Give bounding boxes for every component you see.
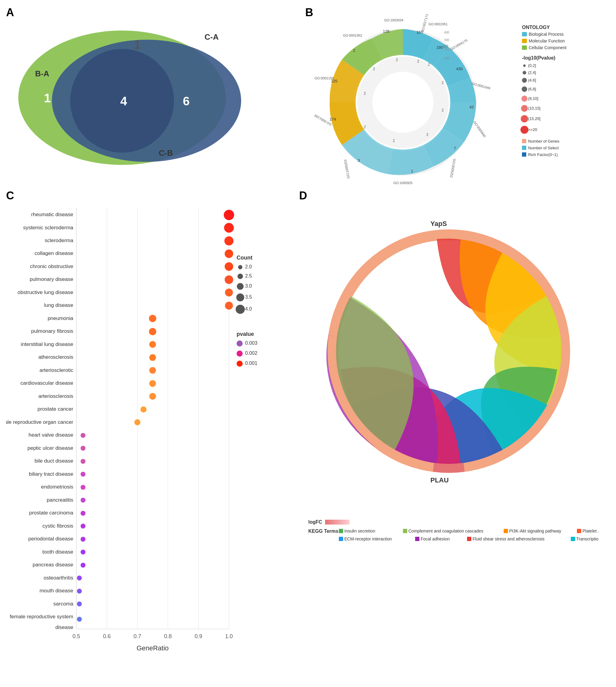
svg-point-115	[149, 354, 156, 361]
svg-point-13	[523, 71, 526, 74]
svg-text:ECM-receptor interaction: ECM-receptor interaction	[344, 536, 392, 541]
svg-text:100: 100	[444, 57, 449, 60]
svg-text:YapS: YapS	[431, 220, 447, 228]
svg-text:2: 2	[426, 132, 428, 137]
svg-text:pancreatitis: pancreatitis	[47, 497, 73, 503]
svg-text:Number of Genes: Number of Genes	[528, 139, 559, 144]
svg-text:2: 2	[428, 62, 430, 67]
svg-text:pulmonary fibrosis: pulmonary fibrosis	[31, 328, 73, 334]
cb-only-count: 6	[183, 94, 190, 108]
svg-text:200: 200	[444, 48, 449, 51]
svg-text:collagen disease: collagen disease	[35, 250, 73, 256]
svg-rect-29	[522, 146, 526, 150]
svg-point-99	[225, 250, 233, 258]
svg-text:0.6: 0.6	[103, 633, 110, 639]
svg-text:174: 174	[329, 117, 336, 122]
svg-point-17	[522, 86, 527, 92]
svg-rect-6	[522, 39, 527, 43]
venn-diagram: B-A C-A 1 4 6 1 C-B	[9, 15, 269, 168]
svg-rect-4	[522, 32, 527, 36]
svg-point-105	[225, 288, 233, 297]
svg-text:endometriosis: endometriosis	[41, 484, 73, 490]
svg-text:pvalue: pvalue	[237, 331, 254, 337]
svg-point-173	[237, 361, 243, 367]
svg-text:(8,10]: (8,10]	[528, 96, 538, 101]
svg-point-162	[237, 283, 244, 290]
svg-text:(2,4]: (2,4]	[528, 70, 536, 75]
svg-text:1: 1	[411, 169, 413, 173]
svg-text:>=20: >=20	[528, 127, 537, 132]
intersection-count: 4	[120, 94, 127, 108]
svg-rect-31	[522, 152, 526, 157]
svg-text:GO:1000925: GO:1000925	[394, 181, 413, 185]
svg-text:obstructive lung disease: obstructive lung disease	[18, 289, 73, 295]
svg-text:lung disease: lung disease	[44, 302, 73, 308]
svg-text:Complement and coagulation cas: Complement and coagulation cascades	[409, 529, 483, 533]
svg-text:GO:0004175: GO:0004175	[449, 39, 468, 51]
svg-text:0.001: 0.001	[245, 361, 257, 366]
svg-point-19	[521, 95, 527, 102]
svg-point-121	[149, 393, 156, 400]
svg-rect-191	[415, 537, 419, 541]
svg-text:heart valve disease: heart valve disease	[29, 432, 73, 438]
svg-point-101	[225, 262, 233, 271]
svg-text:195: 195	[436, 45, 443, 50]
svg-text:(0,2]: (0,2]	[528, 63, 536, 68]
svg-text:2.5: 2.5	[245, 273, 252, 278]
svg-text:GO:0005252: GO:0005252	[449, 158, 457, 178]
panel-b: B ONTOLOGY Biological Process Molecular …	[305, 6, 604, 183]
svg-text:Cellular Component: Cellular Component	[529, 45, 567, 50]
svg-text:Focal adhesion: Focal adhesion	[421, 536, 449, 541]
svg-text:4.0: 4.0	[245, 306, 252, 312]
svg-text:arteriosclerotic: arteriosclerotic	[39, 367, 73, 373]
svg-text:female reproductive system: female reproductive system	[10, 614, 73, 620]
svg-point-129	[81, 446, 86, 451]
svg-text:3.5: 3.5	[245, 294, 252, 300]
svg-point-153	[77, 602, 82, 606]
svg-text:pancreas disease: pancreas disease	[33, 562, 73, 567]
svg-point-135	[81, 485, 86, 490]
svg-text:disease: disease	[55, 624, 73, 630]
svg-text:pulmonary disease: pulmonary disease	[29, 276, 73, 282]
svg-text:0.9: 0.9	[194, 633, 202, 639]
svg-text:0.8: 0.8	[164, 633, 172, 639]
dot-plot-chart: 0.5 0.6 0.7 0.8 0.9 1.0 GeneRatio rheuma…	[6, 198, 275, 672]
svg-text:2: 2	[396, 58, 398, 62]
svg-point-15	[522, 78, 527, 83]
svg-text:osteoarthritis: osteoarthritis	[44, 575, 73, 581]
svg-text:Platelet activation: Platelet activation	[582, 529, 598, 533]
svg-text:Rich Factor(0~1): Rich Factor(0~1)	[528, 152, 558, 157]
svg-rect-193	[467, 537, 471, 541]
svg-text:1.0: 1.0	[225, 633, 233, 639]
svg-text:128: 128	[383, 29, 390, 34]
svg-point-93	[224, 210, 234, 220]
svg-text:Molecular Function: Molecular Function	[529, 39, 565, 43]
svg-point-149	[77, 576, 82, 580]
svg-text:(15,20]: (15,20]	[528, 116, 540, 121]
svg-point-107	[225, 302, 233, 309]
svg-text:prostate carcinoma: prostate carcinoma	[29, 510, 73, 516]
svg-point-109	[149, 315, 156, 322]
svg-text:3: 3	[357, 158, 359, 163]
svg-point-21	[521, 105, 528, 112]
svg-point-141	[81, 524, 86, 529]
svg-point-169	[237, 340, 243, 347]
svg-text:ONTOLOGY: ONTOLOGY	[522, 25, 550, 30]
ca-only-count: 1	[134, 38, 141, 51]
svg-text:(10,15]: (10,15]	[528, 106, 540, 110]
svg-text:KEGG Terms: KEGG Terms	[308, 529, 338, 534]
svg-text:(6,8]: (6,8]	[528, 87, 536, 91]
svg-text:mouth disease: mouth disease	[39, 588, 73, 594]
svg-text:2.0: 2.0	[245, 264, 252, 269]
svg-text:0.002: 0.002	[245, 350, 257, 356]
svg-text:300: 300	[444, 39, 449, 42]
svg-text:chronic obstructive: chronic obstructive	[30, 263, 73, 269]
svg-text:GO:0001150: GO:0001150	[315, 76, 334, 80]
svg-text:GeneRatio: GeneRatio	[136, 644, 169, 652]
svg-point-25	[521, 126, 528, 134]
svg-text:cardiovascular disease: cardiovascular disease	[20, 380, 73, 386]
svg-text:sarcoma: sarcoma	[53, 601, 73, 607]
svg-text:2: 2	[373, 67, 375, 71]
svg-text:pneumonia: pneumonia	[48, 316, 73, 321]
svg-text:peptic ulcer disease: peptic ulcer disease	[27, 445, 73, 451]
